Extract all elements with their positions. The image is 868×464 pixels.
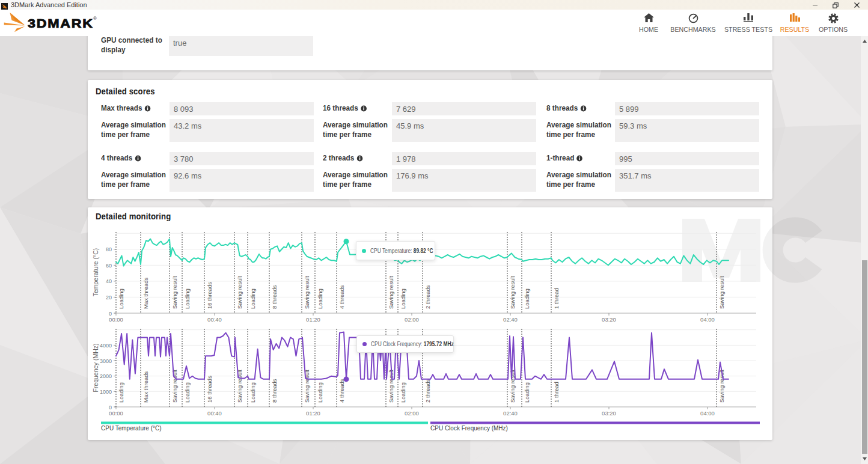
svg-text:Saving result: Saving result [171,276,178,309]
svg-text:Loading: Loading [184,288,191,309]
svg-text:03:20: 03:20 [602,410,616,417]
svg-text:Saving result: Saving result [304,370,310,403]
svg-text:Loading: Loading [400,288,406,309]
svg-text:00:00: 00:00 [109,316,123,323]
svg-text:16 threads: 16 threads [206,282,213,309]
svg-text:2000: 2000 [100,373,112,379]
svg-text:Saving result: Saving result [236,370,243,403]
svg-text:02:00: 02:00 [405,410,419,417]
svg-text:16 threads: 16 threads [206,376,213,403]
svg-text:4 threads: 4 threads [338,285,345,309]
svg-text:00:40: 00:40 [207,410,222,417]
svg-text:Saving result: Saving result [236,276,243,309]
svg-text:Loading: Loading [249,288,256,309]
svg-text:Loading: Loading [249,382,256,403]
svg-text:Max threads: Max threads [142,371,149,403]
svg-text:1000: 1000 [100,389,112,395]
svg-text:1 thread: 1 thread [553,382,560,403]
svg-text:04:00: 04:00 [700,410,715,417]
svg-text:02:40: 02:40 [503,410,518,417]
svg-text:Loading: Loading [317,288,323,309]
svg-text:04:00: 04:00 [700,316,715,323]
svg-text:Saving result: Saving result [509,276,516,309]
svg-text:40: 40 [106,278,112,284]
svg-text:60: 60 [106,263,112,269]
svg-text:80: 80 [106,246,112,252]
svg-text:Saving result: Saving result [718,276,725,309]
svg-text:2 threads: 2 threads [424,285,431,309]
svg-text:0: 0 [109,404,112,411]
svg-text:CPU Clock Frequency (MHz): CPU Clock Frequency (MHz) [430,425,508,432]
svg-text:1 thread: 1 thread [553,288,560,309]
svg-text:03:20: 03:20 [602,316,616,323]
svg-text:4000: 4000 [100,343,112,349]
svg-text:00:40: 00:40 [207,316,222,323]
svg-text:Loading: Loading [118,382,124,403]
svg-text:Max threads: Max threads [142,277,149,309]
svg-text:8 threads: 8 threads [271,285,278,309]
svg-text:8 threads: 8 threads [271,379,278,403]
svg-text:01:20: 01:20 [306,316,320,323]
svg-text:3000: 3000 [100,358,112,364]
svg-text:CPU Temperature (°C): CPU Temperature (°C) [101,425,162,432]
svg-text:Saving result: Saving result [304,276,310,309]
svg-text:02:40: 02:40 [503,316,518,323]
svg-text:Loading: Loading [118,288,124,309]
svg-text:Loading: Loading [400,382,406,403]
svg-text:Frequency (MHz): Frequency (MHz) [92,343,99,392]
svg-text:Temperature (°C): Temperature (°C) [92,248,99,297]
svg-text:0: 0 [109,311,112,317]
svg-text:4 threads: 4 threads [338,379,345,403]
svg-text:Loading: Loading [317,382,323,403]
svg-text:02:00: 02:00 [405,316,419,323]
svg-text:Saving result: Saving result [388,276,394,309]
svg-text:Loading: Loading [184,382,191,403]
svg-text:00:00: 00:00 [109,410,123,417]
svg-text:Loading: Loading [524,288,530,309]
svg-text:Saving result: Saving result [171,370,178,403]
svg-text:Loading: Loading [524,382,530,403]
svg-text:Saving result: Saving result [388,370,394,403]
svg-text:20: 20 [106,295,112,301]
svg-text:01:20: 01:20 [306,410,320,417]
svg-text:2 threads: 2 threads [424,379,431,403]
